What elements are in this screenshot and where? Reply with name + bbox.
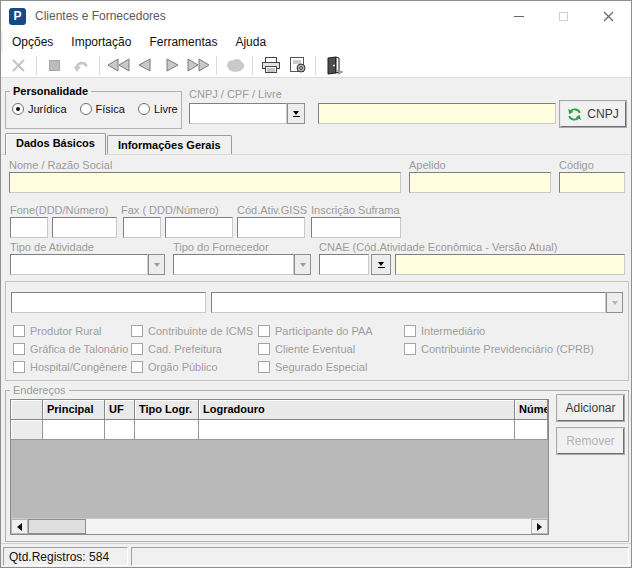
tab-informacoes-gerais[interactable]: Informações Gerais <box>107 135 232 155</box>
checkbox-label: Hospital/Congênere <box>30 361 127 373</box>
next-record-button[interactable] <box>158 54 185 77</box>
grid-cell[interactable] <box>515 420 548 440</box>
fone-ddd-input[interactable] <box>10 217 48 238</box>
prev-record-button[interactable] <box>131 54 158 77</box>
checkbox-box-icon <box>13 361 25 373</box>
toolbar-separator <box>252 56 253 75</box>
print-button[interactable] <box>257 54 284 77</box>
checkbox-hospital-congenere: Hospital/Congênere <box>13 358 131 376</box>
tab-label: Informações Gerais <box>118 139 221 151</box>
checkbox-label: Orgão Público <box>148 361 218 373</box>
tipo-atividade-dropdown-button[interactable] <box>148 254 165 275</box>
fax-numero-input[interactable] <box>165 217 233 238</box>
dropdown-arrow-icon <box>293 111 299 115</box>
atributos-panel: Produtor Rural Gráfica de Talonário Hosp… <box>5 281 629 381</box>
toolbar-separator <box>99 56 100 75</box>
cnpj-type-combo-dropdown-button[interactable] <box>287 103 305 124</box>
exit-button[interactable] <box>320 54 347 77</box>
checkbox-box-icon <box>404 343 416 355</box>
checkbox-intermediario: Intermediário <box>404 322 594 340</box>
panel-code-input[interactable] <box>11 292 206 313</box>
dropdown-arrow-icon <box>378 262 384 266</box>
next-record-icon <box>161 58 183 72</box>
checkbox-box-icon <box>131 343 143 355</box>
checkbox-cad-prefeitura: Cad. Prefeitura <box>131 340 258 358</box>
giss-label: Cód.Ativ.GISS <box>237 204 307 216</box>
fax-ddd-input[interactable] <box>123 217 161 238</box>
checkbox-label: Contribuinte de ICMS <box>148 325 253 337</box>
tipo-atividade-combo[interactable] <box>10 254 148 275</box>
scroll-right-button[interactable] <box>531 519 548 534</box>
first-record-button[interactable] <box>104 54 131 77</box>
cnpj-refresh-icon <box>567 108 582 121</box>
exit-icon <box>325 56 343 75</box>
grid-cell[interactable] <box>43 420 105 440</box>
giss-input[interactable] <box>237 217 305 238</box>
scrollbar-thumb[interactable] <box>28 519 86 534</box>
menu-ferramentas[interactable]: Ferramentas <box>140 32 226 52</box>
radio-livre[interactable]: Livre <box>138 103 178 115</box>
checkbox-label: Gráfica de Talonário <box>30 343 128 355</box>
suframa-input[interactable] <box>311 217 401 238</box>
enderecos-legend: Endereços <box>10 384 69 396</box>
adicionar-button[interactable]: Adicionar <box>557 395 624 421</box>
checkbox-contribuinte-icms: Contribuinte de ICMS <box>131 322 258 340</box>
cnpj-type-combo-input[interactable] <box>189 103 287 124</box>
dropdown-underline-icon <box>293 116 300 117</box>
close-button[interactable] <box>586 1 631 31</box>
dropdown-arrow-icon <box>300 263 306 267</box>
checkbox-box-icon <box>131 361 143 373</box>
menu-opcoes[interactable]: Opções <box>3 32 62 52</box>
tipo-fornecedor-dropdown-button[interactable] <box>294 254 311 275</box>
cnpj-button-label: CNPJ <box>587 107 618 121</box>
tab-dados-basicos[interactable]: Dados Básicos <box>5 133 106 155</box>
radio-fisica-label: Física <box>96 103 125 115</box>
codigo-label: Código <box>559 159 594 171</box>
cnae-label: CNAE (Cód.Atividade Econômica - Versão A… <box>319 241 557 253</box>
grid-empty-row[interactable] <box>11 420 548 440</box>
report-settings-icon <box>288 56 308 74</box>
confirm-icon <box>224 57 246 73</box>
grid-cell[interactable] <box>135 420 199 440</box>
print-icon <box>260 56 282 74</box>
toolbar-separator <box>315 56 316 75</box>
grid-horizontal-scrollbar[interactable] <box>11 518 548 534</box>
scroll-left-button[interactable] <box>11 519 28 534</box>
last-record-button[interactable] <box>185 54 212 77</box>
grid-row-selector[interactable] <box>11 420 43 440</box>
fone-numero-input[interactable] <box>52 217 117 238</box>
checkbox-grafica-talonario: Gráfica de Talonário <box>13 340 131 358</box>
scrollbar-track[interactable] <box>86 519 531 534</box>
cnae-codigo-input[interactable] <box>319 254 369 275</box>
cnae-descricao-input[interactable] <box>395 254 625 275</box>
last-record-icon <box>187 58 211 72</box>
cnae-dropdown-button[interactable] <box>371 254 391 275</box>
radio-juridica[interactable]: Jurídica <box>12 103 67 115</box>
maximize-button[interactable] <box>541 1 586 31</box>
maximize-icon <box>559 12 568 21</box>
apelido-input[interactable] <box>409 172 551 193</box>
cnpj-cpf-livre-label: CNPJ / CPF / Livre <box>189 88 282 100</box>
grid-cell[interactable] <box>199 420 515 440</box>
tipo-fornecedor-combo[interactable] <box>173 254 294 275</box>
menu-ajuda[interactable]: Ajuda <box>226 32 275 52</box>
checkbox-contribuinte-previdenciario: Contribuinte Previdenciário (CPRB) <box>404 340 594 358</box>
grid-header-numero: Núme <box>515 400 548 420</box>
cancel-icon <box>11 58 26 73</box>
nome-input[interactable] <box>9 172 401 193</box>
minimize-button[interactable] <box>496 1 541 31</box>
radio-fisica[interactable]: Física <box>80 103 125 115</box>
tab-strip: Dados Básicos Informações Gerais <box>5 133 233 155</box>
cnpj-number-input[interactable] <box>318 103 556 124</box>
toolbar-separator <box>36 56 37 75</box>
checkbox-participante-paa: Participante do PAA <box>258 322 404 340</box>
checkbox-box-icon <box>13 343 25 355</box>
cnpj-lookup-button[interactable]: CNPJ <box>560 101 626 127</box>
radio-livre-label: Livre <box>154 103 178 115</box>
personalidade-group: Personalidade Jurídica Física Livre <box>5 85 182 129</box>
codigo-input[interactable] <box>559 172 625 193</box>
grid-cell[interactable] <box>105 420 135 440</box>
menu-importacao[interactable]: Importação <box>62 32 140 52</box>
checkbox-produtor-rural: Produtor Rural <box>13 322 131 340</box>
report-settings-button[interactable] <box>284 54 311 77</box>
